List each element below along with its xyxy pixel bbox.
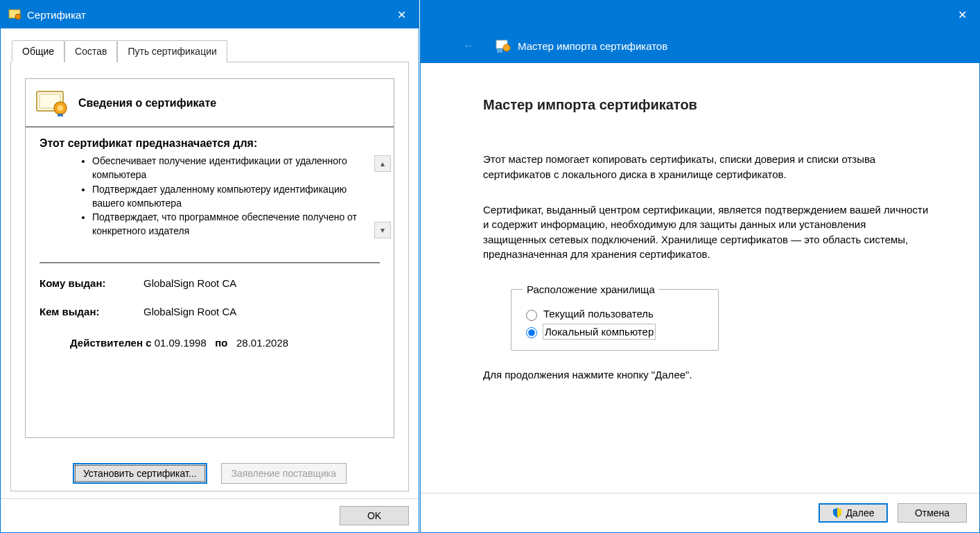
install-certificate-button[interactable]: Установить сертификат... — [73, 463, 207, 484]
issued-by-row: Кем выдан: GlobalSign Root CA — [40, 306, 380, 317]
cert-buttons-row: Установить сертификат... Заявление поста… — [11, 451, 408, 491]
issued-to-row: Кому выдан: GlobalSign Root CA — [40, 277, 380, 289]
window-title-text: Сертификат — [27, 9, 86, 21]
store-location-legend: Расположение хранилища — [523, 282, 659, 297]
wizard-certificate-icon — [496, 38, 511, 53]
cert-fields: Кому выдан: GlobalSign Root CA Кем выдан… — [26, 270, 394, 356]
close-button[interactable]: ✕ — [945, 1, 979, 28]
divider — [40, 262, 380, 263]
valid-to-label: по — [215, 337, 227, 349]
tab-content: Сведения о сертификате Этот сертификат п… — [10, 62, 409, 491]
wizard-header-bar: ← Мастер импорта сертификатов — [421, 28, 979, 63]
radio-local-machine-row[interactable]: Локальный компьютер — [523, 324, 707, 339]
wizard-header-title: Мастер импорта сертификатов — [518, 40, 667, 52]
certificate-icon — [8, 8, 21, 21]
issued-to-value: GlobalSign Root CA — [143, 277, 236, 289]
wizard-titlebar[interactable]: ✕ — [421, 1, 979, 28]
radio-local-machine[interactable] — [526, 327, 537, 338]
cert-purpose-item: Обеспечивает получение идентификации от … — [92, 154, 359, 182]
svg-point-5 — [58, 105, 63, 111]
cancel-button[interactable]: Отмена — [898, 503, 967, 523]
cert-purpose-title: Этот сертификат предназначается для: — [40, 137, 359, 150]
continue-hint: Для продолжения нажмите кнопку "Далее". — [483, 367, 931, 382]
tab-strip: Общие Состав Путь сертификации — [12, 40, 409, 62]
issued-by-label: Кем выдан: — [40, 306, 143, 317]
ok-button[interactable]: OK — [340, 506, 409, 525]
close-button[interactable]: ✕ — [384, 1, 419, 28]
cert-purpose-item: Подтверждает, что программное обеспечени… — [92, 210, 359, 238]
tab-details[interactable]: Состав — [64, 40, 117, 62]
valid-to-value: 28.01.2028 — [236, 337, 288, 349]
cert-info-header: Сведения о сертификате — [26, 79, 394, 128]
radio-current-user-label[interactable]: Текущий пользователь — [543, 306, 654, 321]
wizard-intro-1: Этот мастер помогает копировать сертифик… — [483, 152, 931, 182]
window-title: Сертификат — [8, 8, 86, 21]
next-button-label: Далее — [846, 507, 874, 518]
cert-purpose-list: Обеспечивает получение идентификации от … — [40, 154, 359, 238]
validity-row: Действителен с 01.09.1998 по 28.01.2028 — [40, 334, 380, 349]
scrollbar[interactable]: ▴ ▾ — [374, 155, 391, 238]
cert-purpose-item: Подтверждает удаленному компьютеру идент… — [92, 182, 359, 211]
next-button[interactable]: Далее — [819, 503, 888, 523]
valid-from-label: Действителен с — [70, 337, 152, 349]
certificate-large-icon — [35, 90, 69, 116]
wizard-intro-2: Сертификат, выданный центром сертификаци… — [483, 202, 931, 261]
svg-point-7 — [503, 44, 510, 51]
scroll-down-button[interactable]: ▾ — [374, 222, 391, 238]
svg-rect-8 — [497, 49, 502, 53]
radio-local-machine-label[interactable]: Локальный компьютер — [543, 324, 655, 339]
store-location-group: Расположение хранилища Текущий пользоват… — [511, 282, 719, 351]
issued-by-value: GlobalSign Root CA — [143, 306, 236, 317]
wizard-body: Мастер импорта сертификатов Этот мастер … — [421, 63, 979, 493]
wizard-footer: Далее Отмена — [421, 493, 979, 532]
back-arrow-icon[interactable]: ← — [462, 39, 475, 53]
cert-info-heading: Сведения о сертификате — [78, 97, 216, 110]
shield-icon — [832, 507, 843, 518]
svg-point-1 — [15, 14, 21, 19]
dialog-button-bar: OK — [1, 498, 419, 532]
radio-current-user[interactable] — [526, 310, 537, 321]
wizard-heading: Мастер импорта сертификатов — [483, 95, 931, 114]
titlebar[interactable]: Сертификат ✕ — [1, 1, 419, 28]
certificate-window: Сертификат ✕ Общие Состав Путь сертифика… — [0, 0, 419, 533]
issuer-statement-button: Заявление поставщика — [221, 463, 347, 484]
tab-general[interactable]: Общие — [12, 40, 64, 62]
valid-from-value: 01.09.1998 — [155, 337, 207, 349]
cert-purpose-section: Этот сертификат предназначается для: Обе… — [26, 128, 394, 248]
scroll-up-button[interactable]: ▴ — [374, 155, 391, 172]
tab-cert-path[interactable]: Путь сертификации — [117, 40, 227, 62]
cert-info-panel: Сведения о сертификате Этот сертификат п… — [25, 78, 394, 438]
issued-to-label: Кому выдан: — [40, 277, 143, 289]
radio-current-user-row[interactable]: Текущий пользователь — [523, 306, 707, 321]
import-wizard-window: ✕ ← Мастер импорта сертификатов Мастер и… — [420, 0, 980, 533]
